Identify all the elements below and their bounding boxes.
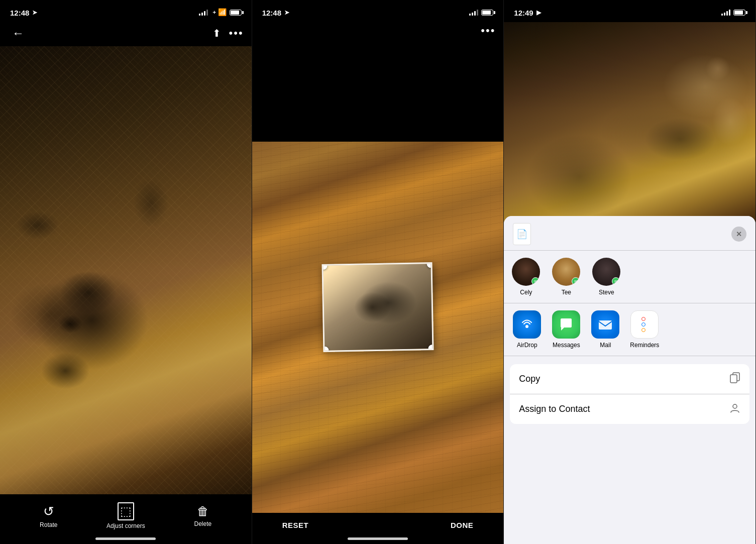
share-doc-row: 📄 ✕ (504, 216, 755, 251)
status-bar-1: 12:48 ➤ ﹢📶 (0, 0, 252, 22)
app-icon-airdrop (513, 310, 541, 339)
app-label-reminders: Reminders (630, 342, 659, 349)
svg-rect-3 (730, 375, 737, 383)
dino2-bg (504, 22, 755, 243)
signal-bars-3 (721, 10, 730, 16)
app-item-reminders[interactable]: Reminders (629, 310, 660, 349)
more-button-2[interactable]: ••• (481, 24, 495, 37)
app-item-mail[interactable]: Mail (590, 310, 620, 349)
apps-scroll[interactable]: AirDrop Messages Mail (504, 303, 755, 356)
location-arrow-icon-2: ➤ (284, 9, 289, 16)
svg-point-4 (733, 404, 737, 408)
home-indicator-2 (348, 537, 408, 540)
share-sheet: 📄 ✕ ✉ Cely ✉ Tee (504, 216, 755, 544)
contact-item-tee[interactable]: ✉ Tee (552, 258, 580, 296)
status-bar-3: 12:49 ▶ (504, 0, 755, 22)
battery-icon-2 (481, 10, 493, 16)
cropped-photo (321, 262, 434, 352)
contact-name-tee: Tee (562, 289, 571, 296)
status-time-2: 12:48 (262, 9, 281, 17)
delete-icon: 🗑 (197, 504, 209, 518)
action-rows-container: Copy Assign to Contact (504, 360, 755, 424)
contact-item-cely[interactable]: ✉ Cely (512, 258, 540, 296)
document-icon: 📄 (516, 229, 527, 240)
contact-badge-steve: ✉ (612, 277, 620, 285)
delete-button[interactable]: 🗑 Delete (183, 504, 223, 527)
delete-label: Delete (194, 520, 212, 527)
app-label-airdrop: AirDrop (517, 342, 537, 349)
status-icons-1: ﹢📶 (199, 8, 242, 17)
home-indicator-1 (95, 537, 156, 540)
status-icons-3 (721, 10, 745, 16)
status-time-3: 12:49 (514, 9, 533, 17)
status-bar-2: 12:48 ➤ (252, 0, 504, 22)
svg-point-0 (525, 325, 528, 328)
contacts-scroll[interactable]: ✉ Cely ✉ Tee ✉ Steve (504, 251, 755, 303)
adjust-corners-button[interactable]: ⬚ Adjust corners (105, 502, 146, 529)
app-label-messages: Messages (553, 342, 580, 349)
app-item-airdrop[interactable]: AirDrop (512, 310, 542, 349)
corner-handle-br[interactable] (428, 345, 434, 352)
reset-button[interactable]: RESET (282, 521, 309, 529)
nav-right-1: ⬆︎ ••• (212, 27, 244, 40)
nav-right-2: ••• (481, 24, 495, 37)
nav-bar-2: ••• (252, 22, 504, 41)
rotate-label: Rotate (40, 521, 57, 528)
contact-name-cely: Cely (520, 289, 532, 296)
location-arrow-icon-3: ▶ (536, 9, 541, 16)
nav-bar-1: ← ⬆︎ ••• (0, 22, 252, 46)
wifi-icon-1: ﹢📶 (211, 8, 227, 17)
scan-bottom: RESET DONE (252, 513, 504, 533)
adjust-corners-label: Adjust corners (106, 522, 145, 529)
panel3-photo (504, 22, 755, 243)
cropped-photo-container (322, 233, 433, 351)
done-button[interactable]: DONE (451, 521, 473, 529)
copy-label: Copy (519, 374, 540, 384)
rotate-icon: ↺ (43, 504, 54, 519)
battery-icon-3 (733, 10, 745, 16)
contact-badge-tee: ✉ (572, 277, 580, 285)
dino2-overlay (504, 22, 755, 243)
contact-badge-cely: ✉ (531, 277, 539, 285)
panel-share: 12:49 ▶ ← ⬆ ••• (504, 0, 756, 544)
status-time-1: 12:48 (10, 9, 29, 17)
status-icons-2 (469, 10, 493, 16)
assign-contact-label: Assign to Contact (519, 404, 590, 414)
action-rows-inner: Copy Assign to Contact (510, 360, 749, 424)
app-icon-mail (591, 310, 619, 339)
panel-scan-crop: 12:48 ➤ ••• (252, 0, 504, 544)
app-icon-reminders (630, 310, 659, 339)
assign-contact-icon (729, 402, 740, 416)
back-button-1[interactable]: ← (8, 24, 28, 42)
share-button-1[interactable]: ⬆︎ (212, 27, 221, 39)
dino-photo-1 (0, 46, 252, 494)
scan-black-top (252, 41, 504, 142)
scan-photo-area (252, 41, 504, 513)
reminder-dots (638, 314, 651, 335)
location-arrow-icon-1: ➤ (32, 9, 37, 16)
signal-bars-2 (469, 10, 478, 16)
share-close-button[interactable]: ✕ (731, 227, 746, 242)
photo-inner (323, 264, 433, 351)
app-icon-messages (552, 310, 580, 339)
share-doc-icon: 📄 (513, 223, 531, 245)
contact-avatar-cely: ✉ (512, 258, 540, 286)
svg-rect-1 (599, 320, 612, 330)
photo-area-1 (0, 46, 252, 494)
contact-name-steve: Steve (599, 289, 614, 296)
bottom-toolbar-1: ↺ Rotate ⬚ Adjust corners 🗑 Delete (0, 494, 252, 533)
rotate-button[interactable]: ↺ Rotate (29, 504, 69, 528)
copy-icon (729, 372, 740, 386)
bones-detail (0, 46, 252, 494)
contact-avatar-steve: ✉ (592, 258, 620, 286)
contact-avatar-tee: ✉ (552, 258, 580, 286)
assign-contact-row[interactable]: Assign to Contact (510, 394, 749, 424)
app-item-messages[interactable]: Messages (551, 310, 581, 349)
adjust-corners-icon: ⬚ (118, 502, 134, 520)
battery-icon-1 (230, 10, 242, 16)
copy-action-row[interactable]: Copy (510, 364, 749, 394)
app-label-mail: Mail (600, 342, 611, 349)
more-button-1[interactable]: ••• (229, 27, 244, 40)
signal-bars-1 (199, 10, 208, 16)
contact-item-steve[interactable]: ✉ Steve (592, 258, 620, 296)
